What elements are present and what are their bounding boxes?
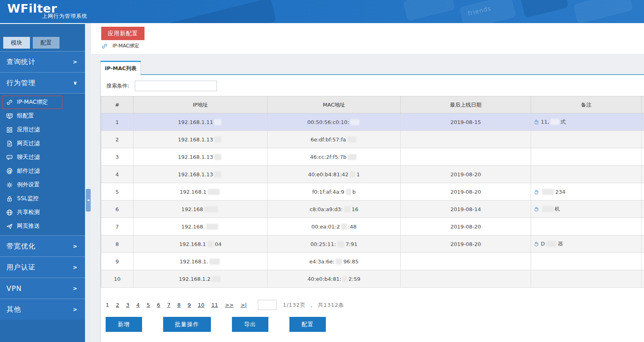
sidebar-item-组配置[interactable]: 组配置: [0, 109, 85, 123]
sidebar-tab-config[interactable]: 配置: [33, 37, 60, 49]
sidebar-group-3[interactable]: 用户认证>: [0, 256, 85, 278]
批量操作-button[interactable]: 批量操作: [163, 317, 211, 332]
column-header: IP地址: [134, 96, 268, 113]
sidebar-item-聊天过滤[interactable]: 聊天过滤: [0, 150, 85, 164]
page-link-11[interactable]: 11: [211, 302, 218, 308]
sidebar-group-label: 查询统计: [6, 57, 36, 66]
cell-text: 11,: [541, 119, 549, 125]
page-link-10[interactable]: 10: [198, 302, 205, 308]
sidebar-item-label: 邮件过滤: [17, 167, 40, 175]
sidebar-collapse-handle[interactable]: ◀: [86, 189, 91, 212]
table-row[interactable]: 5192.168.1f0:1f:af:4a:9b2019-08-20234: [101, 183, 644, 201]
mac-address-cell: 00:50:56:c0:10:: [268, 113, 401, 131]
cell-text: 00:50:56:c0:10:: [307, 119, 349, 125]
新增-button[interactable]: 新增: [106, 317, 142, 332]
sidebar-item-网页推送[interactable]: 网页推送: [0, 219, 85, 233]
mac-address-cell: 00:25:11:7:91: [268, 235, 401, 253]
ip-address-cell: 192.168.1.13: [134, 148, 268, 166]
sidebar-group-4[interactable]: VPN>: [0, 278, 85, 299]
row-number-cell: 3: [101, 148, 134, 166]
column-header: MAC地址: [268, 96, 401, 113]
redaction-smudge: [344, 206, 351, 212]
page-link-9[interactable]: 9: [187, 302, 191, 308]
remark-cell: [531, 270, 642, 288]
overflow-cell: [642, 113, 644, 131]
sidebar-tab-modules[interactable]: 模块: [3, 37, 30, 49]
cell-text: 192.168.1: [180, 189, 206, 195]
redaction-smudge: [542, 189, 554, 195]
配置-button[interactable]: 配置: [289, 317, 326, 332]
table-row[interactable]: 9192.168.1.e4:3a:6e:96:85: [101, 253, 644, 270]
cell-text: 00:25:11:: [310, 241, 336, 247]
page-link-4[interactable]: 4: [136, 302, 140, 308]
wfilter-app: friends WFilter 上网行为管理系统 模块 配置 查询统计>行为管理…: [0, 0, 644, 342]
page-link-8[interactable]: 8: [177, 302, 181, 308]
sidebar-group-1[interactable]: 行为管理∨: [0, 72, 85, 93]
sidebar-menu: 查询统计>行为管理∨IP-MAC绑定组配置应用过滤网页过滤聊天过滤@邮件过滤例外…: [0, 51, 85, 320]
page-link->|[interactable]: >|: [240, 302, 247, 308]
table-row[interactable]: 4192.168.1.1340:e0:b4:81:4212019-08-20: [101, 166, 644, 183]
ip-address-cell: 192.168.1.13: [134, 166, 268, 183]
main-content: 应用新配置 IP-MAC绑定 IP-MAC列表 搜索条件: #IP地址MAC地址…: [91, 23, 644, 342]
table-row[interactable]: 2192.168.1.136e:df:bf:57:fa: [101, 131, 644, 148]
row-number-cell: 7: [101, 218, 134, 235]
page-link-6[interactable]: 6: [157, 302, 160, 308]
sidebar-group-2[interactable]: 带宽优化>: [0, 235, 85, 256]
page-link-2[interactable]: 2: [116, 302, 119, 308]
sidebar-item-应用过滤[interactable]: 应用过滤: [0, 123, 85, 137]
redaction-smudge: [214, 154, 221, 160]
table-row[interactable]: 6192.168c8:0a:a9:d3:162019-08-14机: [101, 201, 644, 218]
overflow-cell: [642, 131, 644, 148]
sidebar-item-SSL监控[interactable]: SSL监控: [0, 192, 85, 205]
sidebar-item-邮件过滤[interactable]: @邮件过滤: [0, 164, 85, 178]
search-label: 搜索条件:: [106, 82, 129, 90]
row-number-cell: 10: [101, 270, 134, 288]
breadcrumb[interactable]: IP-MAC绑定: [101, 43, 139, 49]
table-row[interactable]: 8192.168.10400:25:11:7:912019-08-20D器: [101, 235, 644, 253]
sidebar-submenu: IP-MAC绑定组配置应用过滤网页过滤聊天过滤@邮件过滤例外设置SSL监控共享检…: [0, 93, 85, 235]
cell-text: 192.168.1.11: [178, 119, 213, 125]
导出-button[interactable]: 导出: [232, 317, 268, 332]
ip-address-cell: 192.168.: [134, 218, 268, 235]
sidebar-item-IP-MAC绑定[interactable]: IP-MAC绑定: [0, 95, 85, 109]
sidebar-item-label: 应用过滤: [17, 126, 40, 133]
overflow-cell: [642, 166, 644, 183]
sidebar-item-label: IP-MAC绑定: [17, 98, 48, 106]
last-online-date-cell: 2019-08-20: [401, 218, 531, 235]
page-link-5[interactable]: 5: [147, 302, 150, 308]
page-link-7[interactable]: 7: [167, 302, 170, 308]
cell-text: 192.168.1.13: [178, 154, 213, 160]
sidebar-item-共享检测[interactable]: 共享检测: [0, 205, 85, 219]
keyboard-photo-shape: [153, 0, 276, 23]
search-input[interactable]: [135, 81, 217, 91]
row-number-cell: 4: [101, 166, 134, 183]
redaction-smudge: [346, 189, 351, 195]
apply-new-config-button[interactable]: 应用新配置: [101, 27, 145, 40]
page-link->>[interactable]: >>: [225, 302, 234, 308]
page-jump-input[interactable]: [258, 300, 276, 310]
redaction-smudge: [214, 137, 221, 143]
sidebar-group-label: 用户认证: [6, 263, 36, 272]
page-link-3[interactable]: 3: [126, 302, 130, 308]
tab-ip-mac-list[interactable]: IP-MAC列表: [100, 61, 141, 75]
sidebar-item-label: 例外设置: [17, 181, 40, 188]
cell-text: 04: [215, 241, 222, 247]
sidebar-item-网页过滤[interactable]: 网页过滤: [0, 137, 85, 150]
last-online-date-cell: [401, 131, 531, 148]
redaction-smudge: [348, 154, 357, 160]
redaction-smudge: [347, 137, 356, 143]
table-row[interactable]: 10192.168.1.240:e0:b4:81:2:59: [101, 270, 644, 288]
sidebar-group-0[interactable]: 查询统计>: [0, 51, 85, 72]
last-online-date-cell: 2019-08-14: [401, 201, 531, 218]
cell-text: 96:85: [343, 259, 358, 265]
sidebar-item-例外设置[interactable]: 例外设置: [0, 178, 85, 192]
remark-cell: [531, 218, 642, 235]
page-count-text: 1/132页: [283, 302, 306, 308]
sidebar-item-label: 聊天过滤: [17, 154, 40, 161]
redaction-smudge: [542, 206, 553, 212]
table-row[interactable]: 1192.168.1.1100:50:56:c0:10:2019-08-1511…: [101, 113, 644, 131]
table-row[interactable]: 3192.168.1.1346:cc:2f:f5:7b: [101, 148, 644, 166]
table-row[interactable]: 7192.168.00:ea:01:2:482019-08-20: [101, 218, 644, 235]
row-number-cell: 6: [101, 201, 134, 218]
sidebar-group-5[interactable]: 其他>: [0, 299, 85, 320]
